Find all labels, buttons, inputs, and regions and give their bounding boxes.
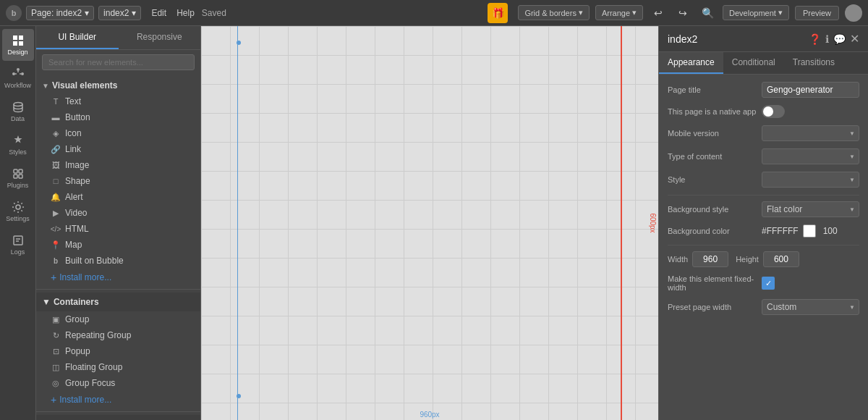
style-row: Style (668, 172, 859, 188)
visual-elements-header[interactable]: ▼ Visual elements (36, 77, 200, 93)
element-image[interactable]: 🖼 Image (36, 157, 200, 173)
sidebar-item-styles[interactable]: Styles (2, 129, 34, 161)
canvas-area[interactable]: 600px 960px (201, 26, 658, 420)
type-of-content-select[interactable] (762, 148, 859, 164)
container-group-focus[interactable]: ◎ Group Focus (36, 375, 200, 391)
element-html[interactable]: </> HTML (36, 221, 200, 237)
background-style-row: Background style Flat color (668, 201, 859, 217)
element-button[interactable]: ▬ Button (36, 109, 200, 125)
element-built-on-bubble[interactable]: b Built on Bubble (36, 253, 200, 269)
section-divider-1 (36, 289, 200, 290)
dimensions-row: Width Height (668, 251, 859, 267)
page-selector[interactable]: Page: index2 ▾ (26, 6, 94, 20)
height-input[interactable] (763, 251, 799, 267)
mobile-version-value (762, 125, 859, 141)
help-icon[interactable]: ❓ (809, 33, 821, 45)
background-color-hex: #FFFFFF (762, 226, 799, 236)
bubble-icon: b (51, 256, 61, 266)
page-name-selector[interactable]: index2 ▾ (98, 6, 141, 20)
svg-point-5 (17, 68, 20, 71)
search-button[interactable]: 🔍 (698, 4, 717, 22)
container-group[interactable]: ▣ Group (36, 311, 200, 327)
help-menu[interactable]: Help (176, 8, 195, 18)
containers-header[interactable]: ▼ Containers (36, 293, 200, 311)
close-icon[interactable]: ✕ (850, 32, 859, 46)
install-more-containers[interactable]: + Install more... (36, 391, 200, 408)
page-title-row: Page title (668, 82, 859, 98)
container-popup[interactable]: ⊡ Popup (36, 343, 200, 359)
container-repeating-group[interactable]: ↻ Repeating Group (36, 327, 200, 343)
sidebar-item-design[interactable]: Design (2, 29, 34, 61)
group-focus-label: Group Focus (65, 378, 115, 388)
mobile-version-row: Mobile version (668, 125, 859, 141)
mobile-version-select[interactable] (762, 125, 859, 141)
native-app-value (762, 105, 859, 118)
page-title-input[interactable] (762, 82, 859, 98)
containers-label: Containers (54, 297, 99, 307)
tab-appearance[interactable]: Appearance (659, 52, 723, 74)
group-icon: ▣ (51, 314, 61, 324)
element-shape[interactable]: □ Shape (36, 173, 200, 189)
svg-rect-13 (14, 175, 17, 178)
fixed-width-checkbox[interactable]: ✓ (762, 277, 775, 290)
canvas-handle-bl[interactable] (237, 394, 241, 398)
sidebar-item-plugins[interactable]: Plugins (2, 162, 34, 194)
undo-button[interactable]: ↩ (649, 4, 668, 22)
arrange-button[interactable]: Arrange ▾ (595, 5, 643, 20)
element-link[interactable]: 🔗 Link (36, 141, 200, 157)
width-label: Width (668, 255, 688, 264)
background-color-row: Background color #FFFFFF 100 (668, 224, 859, 238)
repeating-group-label: Repeating Group (65, 330, 131, 340)
preset-page-width-select[interactable]: Custom (762, 299, 859, 315)
element-map[interactable]: 📍 Map (36, 237, 200, 253)
preview-button[interactable]: Preview (795, 6, 839, 20)
install-more-visual[interactable]: + Install more... (36, 269, 200, 286)
sidebar-item-workflow[interactable]: Workflow (2, 62, 34, 94)
element-alert[interactable]: 🔔 Alert (36, 189, 200, 205)
gift-button[interactable]: 🎁 (488, 3, 508, 23)
section-divider-2 (36, 411, 200, 412)
tab-transitions[interactable]: Transitions (784, 52, 843, 74)
svg-rect-11 (14, 169, 17, 173)
background-color-swatch[interactable] (803, 224, 816, 238)
canvas-handle-tl[interactable] (237, 41, 241, 45)
native-app-toggle[interactable] (762, 105, 785, 118)
search-box (36, 50, 200, 75)
video-label: Video (65, 208, 87, 218)
mobile-version-label: Mobile version (668, 129, 762, 138)
popup-label: Popup (65, 346, 90, 356)
background-style-select[interactable]: Flat color (762, 201, 859, 217)
height-label: Height (736, 255, 759, 264)
container-floating-group[interactable]: ◫ Floating Group (36, 359, 200, 375)
sidebar-item-data[interactable]: Data (2, 96, 34, 127)
type-of-content-row: Type of content (668, 148, 859, 164)
tab-responsive[interactable]: Responsive (119, 26, 201, 49)
canvas-height-label: 600px (649, 213, 657, 232)
grid-borders-button[interactable]: Grid & borders ▾ (518, 5, 590, 20)
sidebar-item-logs[interactable]: Logs (2, 229, 34, 261)
install-visual-icon: + (51, 272, 56, 283)
tab-ui-builder[interactable]: UI Builder (36, 26, 119, 49)
panel-content: ▼ Visual elements T Text ▬ Button ◈ Icon… (36, 75, 200, 420)
element-icon[interactable]: ◈ Icon (36, 125, 200, 141)
tab-conditional[interactable]: Conditional (723, 52, 784, 74)
redo-button[interactable]: ↪ (673, 4, 692, 22)
install-visual-label: Install more... (59, 272, 111, 282)
user-avatar[interactable] (845, 4, 862, 22)
info-icon[interactable]: ℹ (825, 33, 829, 45)
topbar: b Page: index2 ▾ index2 ▾ Edit Help Save… (0, 0, 868, 26)
search-input[interactable] (42, 54, 195, 70)
style-select[interactable] (762, 172, 859, 188)
element-text[interactable]: T Text (36, 93, 200, 109)
page-select-label: Page: index2 (31, 8, 82, 18)
group-label: Group (65, 314, 89, 324)
development-button[interactable]: Development ▾ (723, 5, 789, 20)
edit-menu[interactable]: Edit (151, 8, 166, 18)
width-input[interactable] (692, 251, 728, 267)
floating-group-icon: ◫ (51, 362, 61, 372)
input-forms-header[interactable]: ▼ Input forms (36, 415, 200, 420)
element-video[interactable]: ▶ Video (36, 205, 200, 221)
sidebar-item-settings[interactable]: Settings (2, 196, 34, 227)
alert-label: Alert (65, 192, 83, 202)
comment-icon[interactable]: 💬 (833, 33, 846, 45)
